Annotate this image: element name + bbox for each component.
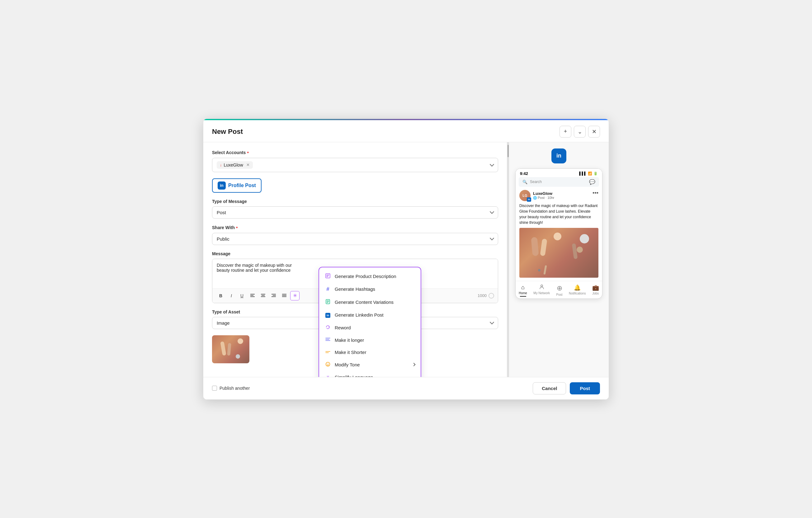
publish-another-label[interactable]: Publish another [212,386,250,391]
message-type-select[interactable]: Post [212,206,498,219]
make-shorter-icon [325,350,331,355]
ai-dropdown-menu: Generate Product Description # Generate … [319,267,421,377]
message-label: Message [212,251,498,256]
generate-product-label: Generate Product Description [335,274,396,279]
ai-menu-item-reword[interactable]: Reword [319,321,420,334]
svg-rect-13 [282,295,286,296]
post-icon: ⊕ [557,284,562,292]
accounts-chevron-down-icon [490,162,494,166]
notifications-icon: 🔔 [574,284,581,291]
nav-item-post[interactable]: ⊕ Post [556,284,562,297]
cancel-button[interactable]: Cancel [533,382,566,395]
ai-menu-item-make-shorter[interactable]: Make it Shorter [319,346,420,358]
phone-bottom-nav: ⌂ Home My Network [516,281,602,298]
phone-search-bar[interactable]: 🔍 Search 💬 [519,177,599,187]
account-icon: ↓ [220,163,222,167]
ai-menu-item-modify-tone[interactable]: Modify Tone [319,358,420,371]
generate-product-icon [325,273,331,279]
svg-rect-12 [282,294,286,294]
right-panel: in 9:42 ▌▌▌ 📶 🔋 🔍 Search 💬 [509,142,609,377]
ai-menu-item-make-longer[interactable]: Make it longer [319,334,420,346]
svg-point-25 [328,364,329,364]
nav-item-notifications[interactable]: 🔔 Notifications [569,284,586,297]
make-longer-icon [325,338,331,343]
modal-header: New Post + ⌄ ✕ [203,120,609,142]
my-network-icon [539,284,545,291]
underline-button[interactable]: U [237,291,246,300]
ai-menu-button[interactable]: ✳ [290,291,299,300]
svg-rect-9 [273,295,276,296]
new-post-modal: New Post + ⌄ ✕ Select Accounts • ↓ LuxeG… [203,119,609,400]
nav-item-my-network[interactable]: My Network [533,284,550,297]
post-type-group: in Profile Post [212,178,498,193]
ai-menu-item-generate-product[interactable]: Generate Product Description [319,270,420,283]
svg-point-23 [326,362,330,366]
user-name: LuxeGlow [533,191,554,196]
generate-content-icon [325,299,331,305]
modify-tone-icon [325,362,331,368]
nav-home-label: Home [519,291,527,295]
ai-menu-item-generate-hashtags[interactable]: # Generate Hashtags [319,283,420,296]
linkedin-tab-icon[interactable]: in [551,148,567,164]
modify-tone-label: Modify Tone [335,362,360,367]
type-of-message-label: Type of Message [212,199,498,204]
tag-remove-btn[interactable]: ✕ [246,163,250,167]
ai-menu-item-simplify[interactable]: ✳ Simplify Language [319,371,420,377]
add-button[interactable]: + [559,126,571,138]
modal-body: Select Accounts • ↓ LuxeGlow ✕ in Profil… [203,142,609,377]
post-image [519,228,599,278]
more-options-icon[interactable]: ••• [592,190,599,196]
share-with-group: Share With • Public [212,225,498,245]
post-header: LG in LuxeGlow 🌐 Post · 10hr [519,190,599,201]
phone-search-icon: 🔍 [522,180,527,184]
share-with-chevron-icon [490,236,494,240]
align-left-button[interactable] [248,291,257,300]
italic-button[interactable]: I [227,291,236,300]
ai-menu-item-generate-linkedin[interactable]: in Generate Linkedin Post [319,309,420,321]
generate-linkedin-icon: in [325,312,331,318]
svg-rect-10 [271,296,276,297]
linkedin-badge-icon: in [218,181,226,190]
footer-actions: Cancel Post [533,382,600,395]
type-of-message-group: Type of Message Post [212,199,498,219]
avatar: LG in [519,190,530,201]
profile-post-badge[interactable]: in Profile Post [212,178,262,193]
accounts-select[interactable]: ↓ LuxeGlow ✕ [212,158,498,172]
header-actions: + ⌄ ✕ [559,126,600,138]
collapse-button[interactable]: ⌄ [574,126,586,138]
align-right-button[interactable] [269,291,278,300]
justify-button[interactable] [280,291,289,300]
user-details: LuxeGlow 🌐 Post · 10hr [533,191,554,200]
publish-another-checkbox[interactable] [212,386,217,391]
phone-status-bar: 9:42 ▌▌▌ 📶 🔋 [516,169,602,177]
battery-icon: 🔋 [593,172,598,176]
bold-button[interactable]: B [216,291,225,300]
phone-chat-icon: 💬 [589,179,595,185]
align-center-button[interactable] [258,291,268,300]
reword-icon [325,325,331,330]
char-circle-icon [489,293,494,298]
reword-label: Reword [335,325,351,330]
post-meta: 🌐 Post · 10hr [533,196,554,200]
share-with-select[interactable]: Public [212,233,498,245]
scroll-thumb[interactable] [508,145,509,157]
close-button[interactable]: ✕ [588,126,600,138]
phone-time: 9:42 [520,171,528,176]
svg-rect-5 [262,295,265,296]
svg-rect-0 [250,294,255,294]
post-button[interactable]: Post [570,382,600,395]
generate-linkedin-label: Generate Linkedin Post [335,312,384,318]
share-with-label: Share With • [212,225,498,230]
nav-item-home[interactable]: ⌂ Home [519,284,527,297]
avatar-badge-icon: in [527,197,531,202]
generate-hashtags-label: Generate Hashtags [335,286,375,292]
required-dot: • [247,150,249,155]
svg-rect-14 [282,296,286,297]
modal-title: New Post [212,127,243,136]
ai-menu-item-generate-content[interactable]: Generate Content Variations [319,296,420,309]
required-dot-2: • [236,225,238,230]
nav-post-label: Post [556,293,562,296]
phone-post-area: LG in LuxeGlow 🌐 Post · 10hr [516,190,602,281]
nav-item-jobs[interactable]: 💼 Jobs [592,284,599,297]
left-panel: Select Accounts • ↓ LuxeGlow ✕ in Profil… [203,142,507,377]
